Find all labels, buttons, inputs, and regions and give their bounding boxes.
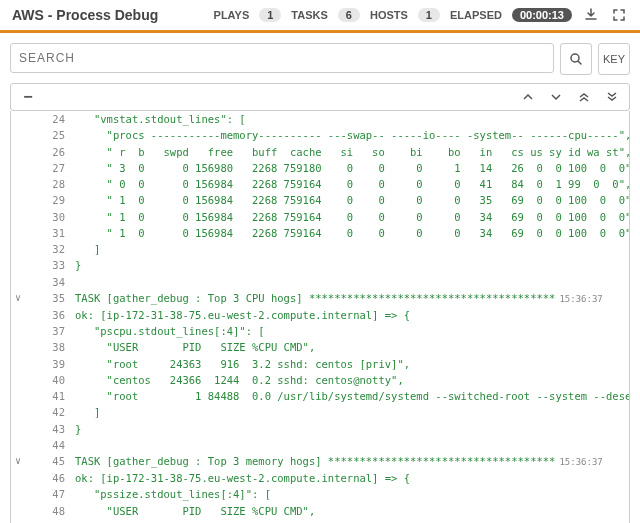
collapse-all-button[interactable]: − bbox=[19, 88, 37, 106]
code-line: 29 " 1 0 0 156984 2268 759164 0 0 0 0 35… bbox=[11, 192, 629, 208]
code-line: 41 "root 1 84488 0.0 /usr/lib/systemd/sy… bbox=[11, 388, 629, 404]
line-number: 32 bbox=[25, 241, 75, 257]
code-line: 46ok: [ip-172-31-38-75.eu-west-2.compute… bbox=[11, 470, 629, 486]
line-text: "polkitd 2409 523928 0.0 /usr/lib/polkit… bbox=[75, 519, 629, 523]
code-line: 30 " 1 0 0 156984 2268 759164 0 0 0 0 34… bbox=[11, 209, 629, 225]
tasks-count: 6 bbox=[338, 8, 360, 22]
plays-count: 1 bbox=[259, 8, 281, 22]
line-number: 27 bbox=[25, 160, 75, 176]
scroll-bottom-icon[interactable] bbox=[547, 88, 565, 106]
line-text: " 0 0 0 156984 2268 759164 0 0 0 0 41 84… bbox=[75, 176, 630, 192]
code-line: 33} bbox=[11, 257, 629, 273]
line-text: "vmstat.stdout_lines": [ bbox=[75, 111, 629, 127]
code-line: 39 "root 24363 916 3.2 sshd: centos [pri… bbox=[11, 356, 629, 372]
line-text: "USER PID SIZE %CPU CMD", bbox=[75, 503, 629, 519]
line-text: ok: [ip-172-31-38-75.eu-west-2.compute.i… bbox=[75, 470, 629, 486]
line-number: 49 bbox=[25, 519, 75, 523]
elapsed-time: 00:00:13 bbox=[512, 8, 572, 22]
output-pane[interactable]: 24 "vmstat.stdout_lines": [25 "procs ---… bbox=[10, 111, 630, 523]
line-number: 47 bbox=[25, 486, 75, 502]
fold-chevron-icon[interactable]: ∨ bbox=[11, 290, 25, 306]
code-line: 40 "centos 24366 1244 0.2 sshd: centos@n… bbox=[11, 372, 629, 388]
line-text: ] bbox=[75, 404, 629, 420]
code-line: 38 "USER PID SIZE %CPU CMD", bbox=[11, 339, 629, 355]
header-bar: AWS - Process Debug PLAYS 1 TASKS 6 HOST… bbox=[0, 0, 640, 28]
line-number: 45 bbox=[25, 453, 75, 470]
line-number: 40 bbox=[25, 372, 75, 388]
code-line: 48 "USER PID SIZE %CPU CMD", bbox=[11, 503, 629, 519]
search-row: KEY bbox=[0, 43, 640, 83]
code-line: 44 bbox=[11, 437, 629, 453]
code-line: 28 " 0 0 0 156984 2268 759164 0 0 0 0 41… bbox=[11, 176, 629, 192]
download-icon[interactable] bbox=[582, 6, 600, 24]
line-number: 30 bbox=[25, 209, 75, 225]
line-number: 34 bbox=[25, 274, 75, 290]
line-text: " r b swpd free buff cache si so bi bo i… bbox=[75, 144, 630, 160]
line-text: "USER PID SIZE %CPU CMD", bbox=[75, 339, 629, 355]
line-text: "pscpu.stdout_lines[:4]": [ bbox=[75, 323, 629, 339]
line-text: "procs -----------memory---------- ---sw… bbox=[75, 127, 630, 143]
code-line: 47 "pssize.stdout_lines[:4]": [ bbox=[11, 486, 629, 502]
scroll-top-icon[interactable] bbox=[519, 88, 537, 106]
line-text bbox=[75, 437, 629, 453]
line-number: 42 bbox=[25, 404, 75, 420]
code-line: 36ok: [ip-172-31-38-75.eu-west-2.compute… bbox=[11, 307, 629, 323]
line-text bbox=[75, 274, 629, 290]
timestamp: 15:36:37 bbox=[559, 457, 602, 467]
line-number: 35 bbox=[25, 290, 75, 307]
line-text: "root 24363 916 3.2 sshd: centos [priv]"… bbox=[75, 356, 629, 372]
code-line: ∨35TASK [gather_debug : Top 3 CPU hogs] … bbox=[11, 290, 629, 307]
code-line: 32 ] bbox=[11, 241, 629, 257]
line-number: 48 bbox=[25, 503, 75, 519]
line-text: " 3 0 0 156980 2268 759180 0 0 0 1 14 26… bbox=[75, 160, 630, 176]
line-text: ok: [ip-172-31-38-75.eu-west-2.compute.i… bbox=[75, 307, 629, 323]
line-text: " 1 0 0 156984 2268 759164 0 0 0 0 35 69… bbox=[75, 192, 630, 208]
tasks-label: TASKS bbox=[291, 9, 327, 21]
search-button[interactable] bbox=[560, 43, 592, 75]
hosts-count: 1 bbox=[418, 8, 440, 22]
plays-label: PLAYS bbox=[214, 9, 250, 21]
line-number: 28 bbox=[25, 176, 75, 192]
timestamp: 15:36:37 bbox=[559, 294, 602, 304]
code-line: 31 " 1 0 0 156984 2268 759164 0 0 0 0 34… bbox=[11, 225, 629, 241]
code-line: 27 " 3 0 0 156980 2268 759180 0 0 0 1 14… bbox=[11, 160, 629, 176]
line-number: 29 bbox=[25, 192, 75, 208]
code-line: 43} bbox=[11, 421, 629, 437]
line-text: } bbox=[75, 421, 629, 437]
search-icon bbox=[569, 52, 583, 66]
line-number: 39 bbox=[25, 356, 75, 372]
code-line: 49 "polkitd 2409 523928 0.0 /usr/lib/pol… bbox=[11, 519, 629, 523]
line-text: } bbox=[75, 257, 629, 273]
expand-icon[interactable] bbox=[610, 6, 628, 24]
page-title: AWS - Process Debug bbox=[12, 7, 158, 23]
page-up-icon[interactable] bbox=[575, 88, 593, 106]
header-stats: PLAYS 1 TASKS 6 HOSTS 1 ELAPSED 00:00:13 bbox=[214, 6, 628, 24]
code-line: 26 " r b swpd free buff cache si so bi b… bbox=[11, 144, 629, 160]
code-line: 25 "procs -----------memory---------- --… bbox=[11, 127, 629, 143]
line-number: 44 bbox=[25, 437, 75, 453]
line-number: 37 bbox=[25, 323, 75, 339]
code-line: 34 bbox=[11, 274, 629, 290]
hosts-label: HOSTS bbox=[370, 9, 408, 21]
fold-chevron-icon[interactable]: ∨ bbox=[11, 453, 25, 469]
search-input[interactable] bbox=[10, 43, 554, 73]
line-text: "centos 24366 1244 0.2 sshd: centos@nott… bbox=[75, 372, 629, 388]
line-number: 38 bbox=[25, 339, 75, 355]
line-number: 24 bbox=[25, 111, 75, 127]
line-text: "pssize.stdout_lines[:4]": [ bbox=[75, 486, 629, 502]
line-number: 26 bbox=[25, 144, 75, 160]
line-number: 46 bbox=[25, 470, 75, 486]
line-text: ] bbox=[75, 241, 629, 257]
code-line: 42 ] bbox=[11, 404, 629, 420]
line-number: 31 bbox=[25, 225, 75, 241]
line-text: " 1 0 0 156984 2268 759164 0 0 0 0 34 69… bbox=[75, 225, 630, 241]
code-line: 37 "pscpu.stdout_lines[:4]": [ bbox=[11, 323, 629, 339]
line-number: 43 bbox=[25, 421, 75, 437]
line-text: TASK [gather_debug : Top 3 CPU hogs] ***… bbox=[75, 290, 629, 307]
page-down-icon[interactable] bbox=[603, 88, 621, 106]
header-rule bbox=[0, 30, 640, 33]
line-text: TASK [gather_debug : Top 3 memory hogs] … bbox=[75, 453, 629, 470]
line-number: 41 bbox=[25, 388, 75, 404]
key-button[interactable]: KEY bbox=[598, 43, 630, 75]
line-number: 33 bbox=[25, 257, 75, 273]
